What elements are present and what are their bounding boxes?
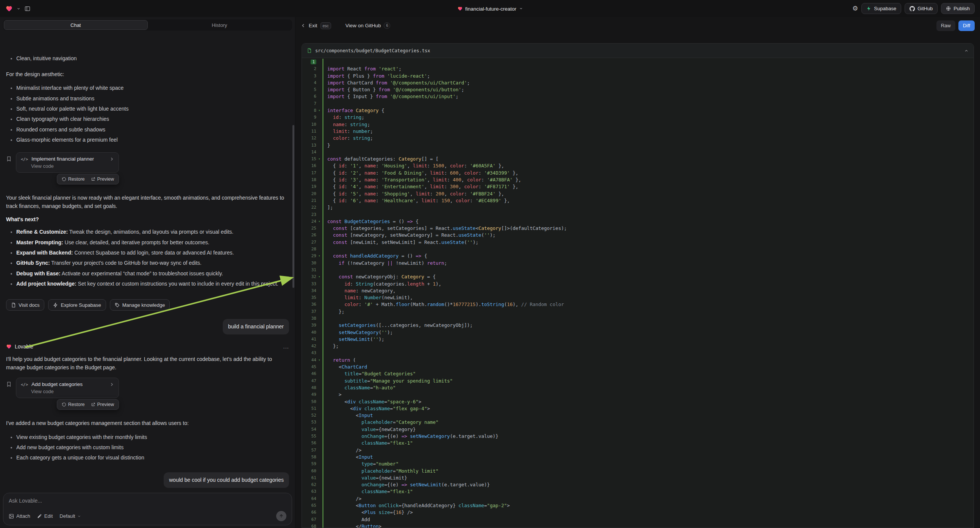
code-text: onChange={(e) => setNewLimit(e.target.va… — [323, 482, 490, 488]
view-code-link[interactable]: View code — [31, 389, 114, 394]
code-line: 26 const [newCategory, setNewCategory] =… — [302, 232, 974, 239]
send-button[interactable] — [276, 511, 286, 521]
code-text: name: newCategory, — [323, 288, 396, 294]
project-chevron-down-icon — [519, 7, 523, 11]
line-number: 62 — [302, 482, 316, 488]
file-header[interactable]: src/components/budget/BudgetCategories.t… — [302, 44, 974, 58]
attach-button[interactable]: Attach — [9, 513, 30, 519]
code-text: }; — [323, 343, 339, 350]
diff-toggle-button[interactable]: Diff — [958, 21, 975, 31]
supabase-button[interactable]: Supabase — [861, 3, 901, 14]
line-number: 13 — [302, 142, 316, 149]
fold-spacer — [316, 378, 322, 385]
fold-caret-icon[interactable]: ▾ — [316, 218, 322, 225]
code-text: <div className="flex gap-4"> — [323, 405, 430, 412]
fold-spacer — [316, 398, 322, 405]
code-line: 22]; — [302, 204, 974, 211]
code-line: 53 placeholder="Category name" — [302, 419, 974, 426]
chip-explore-supabase[interactable]: Explore Supabase — [48, 299, 106, 310]
fold-spacer — [316, 482, 322, 488]
fold-spacer — [316, 281, 322, 288]
collapse-chevron-icon[interactable] — [964, 48, 969, 53]
code-line: 42 }; — [302, 343, 974, 350]
edit-mode-button[interactable]: Edit — [37, 513, 52, 519]
code-text: <ChartCard — [323, 364, 367, 371]
code-line: 64 /> — [302, 495, 974, 502]
fold-spacer — [316, 447, 322, 454]
restore-button[interactable]: Restore — [59, 175, 88, 183]
fold-spacer — [316, 350, 322, 356]
fold-spacer — [316, 336, 322, 343]
github-button[interactable]: GitHub — [905, 3, 937, 14]
tab-history[interactable]: History — [148, 20, 292, 30]
fold-spacer — [316, 191, 322, 197]
fold-spacer — [316, 371, 322, 377]
view-on-github-link[interactable]: View on GitHub — [345, 23, 381, 29]
raw-toggle-button[interactable]: Raw — [936, 21, 955, 31]
line-number: 67 — [302, 516, 316, 523]
code-line: 39 setCategories([...categories, newCate… — [302, 322, 974, 329]
exit-button[interactable]: Exit — [309, 23, 317, 29]
version-card-row: </>Implement financial planner — [21, 156, 114, 162]
fold-spacer — [316, 509, 322, 516]
code-text: const newCategoryObj: Category = { — [323, 274, 436, 280]
workspace-chevron-down-icon[interactable] — [17, 7, 21, 11]
fold-caret-icon[interactable]: ▾ — [316, 274, 322, 280]
settings-gear-icon[interactable]: ⚙ — [852, 5, 858, 12]
code-line: 65 <Button onClick={handleAddCategory} c… — [302, 502, 974, 509]
code-line: 62 onChange={(e) => setNewLimit(e.target… — [302, 482, 974, 488]
code-text: const BudgetCategories = () => { — [323, 218, 418, 225]
line-number: 9 — [302, 114, 316, 121]
github-icon — [910, 6, 915, 11]
line-number: 43 — [302, 350, 316, 356]
model-selector[interactable]: Default — [59, 513, 81, 519]
fold-spacer — [316, 204, 322, 211]
code-line: 9 id: string; — [302, 114, 974, 121]
line-number: 45 — [302, 364, 316, 371]
publish-button[interactable]: Publish — [941, 3, 975, 14]
chat-input[interactable] — [9, 498, 286, 504]
globe-icon — [946, 6, 951, 11]
code-text: if (!newCategory || !newLimit) return; — [323, 260, 447, 267]
fold-caret-icon[interactable]: ▾ — [316, 107, 322, 114]
code-line: 31 — [302, 267, 974, 274]
file-path: src/components/budget/BudgetCategories.t… — [315, 48, 430, 53]
fold-spacer — [316, 288, 322, 294]
project-selector[interactable]: financial-future-creator — [457, 6, 523, 11]
quick-action-row: Visit docsExplore SupabaseManage knowled… — [6, 299, 289, 310]
line-number: 42 — [302, 343, 316, 350]
code-line: 4import ChartCard from '@/components/ui/… — [302, 80, 974, 86]
fold-spacer — [316, 308, 322, 315]
bookmark-icon[interactable] — [6, 156, 12, 162]
code-line: 38 — [302, 315, 974, 322]
chip-visit-docs[interactable]: Visit docs — [6, 299, 45, 310]
restore-button[interactable]: Restore — [59, 400, 88, 409]
chat-composer: Attach Edit Default — [3, 493, 292, 525]
fold-spacer — [316, 149, 322, 156]
chip-manage-knowledge[interactable]: Manage knowledge — [110, 299, 170, 310]
preview-button[interactable]: Preview — [88, 175, 117, 183]
fold-caret-icon[interactable]: ▾ — [316, 253, 322, 259]
preview-button[interactable]: Preview — [88, 400, 117, 409]
code-text: setNewLimit(''); — [323, 336, 385, 343]
version-card[interactable]: </>Add budget categoriesView code — [16, 378, 119, 398]
version-card[interactable]: </>Implement financial plannerView code — [16, 152, 119, 173]
code-line: 33 id: String(categories.length + 1), — [302, 281, 974, 288]
fold-caret-icon[interactable]: ▾ — [316, 357, 322, 364]
code-text: import ChartCard from '@/components/ui/C… — [323, 80, 470, 86]
toggle-sidebar-icon[interactable] — [24, 6, 31, 12]
bookmark-icon[interactable] — [6, 382, 12, 387]
line-number: 22 — [302, 204, 316, 211]
line-number: 41 — [302, 336, 316, 343]
bullet-item: Each category gets a unique color for vi… — [16, 454, 289, 461]
tab-chat[interactable]: Chat — [4, 20, 148, 30]
chat-scrollbar[interactable] — [293, 125, 294, 288]
lovable-logo-icon[interactable] — [5, 5, 13, 12]
code-text: id: String(categories.length + 1), — [323, 281, 441, 288]
message-menu-ellipsis[interactable]: ... — [283, 345, 289, 348]
chevron-right-icon — [110, 157, 114, 161]
view-code-link[interactable]: View code — [31, 163, 114, 169]
fold-caret-icon[interactable]: ▾ — [316, 156, 322, 162]
fold-spacer — [316, 225, 322, 232]
exit-chevron-icon[interactable] — [301, 23, 306, 28]
